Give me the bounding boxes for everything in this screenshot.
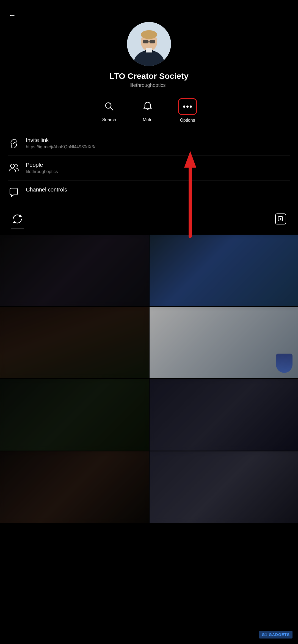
people-text: People lifethroughoptics_ <box>26 162 290 174</box>
tab-bar <box>0 207 298 235</box>
options-label: Options <box>180 118 195 123</box>
people-title: People <box>26 162 290 168</box>
blur-overlay <box>0 307 149 378</box>
link-icon <box>8 138 19 149</box>
tab-media[interactable] <box>274 213 287 229</box>
people-item[interactable]: People lifethroughoptics_ <box>8 156 290 181</box>
grid-item <box>150 235 298 306</box>
refresh-icon <box>11 213 24 225</box>
channel-controls-text: Channel controls <box>26 187 290 194</box>
options-button[interactable]: Options <box>178 98 197 123</box>
profile-section: LTO Creator Society lifethroughoptics_ S… <box>0 0 298 128</box>
blur-overlay <box>0 451 149 523</box>
svg-point-19 <box>15 164 18 167</box>
invite-link-text: Invite link https://ig.me/j/AbaKQbNl4493… <box>26 137 290 149</box>
grid-item <box>0 451 149 523</box>
channel-controls-item[interactable]: Channel controls <box>8 181 290 204</box>
blur-overlay <box>0 379 149 451</box>
blur-overlay <box>150 379 298 451</box>
blur-overlay <box>0 235 149 306</box>
svg-line-12 <box>110 107 113 110</box>
grid-item <box>0 307 149 378</box>
svg-point-15 <box>190 106 192 108</box>
grid-item <box>150 451 298 523</box>
search-button[interactable]: Search <box>101 98 117 123</box>
mute-label: Mute <box>143 117 153 122</box>
svg-rect-8 <box>150 40 155 43</box>
svg-rect-7 <box>143 40 148 43</box>
channel-controls-title: Channel controls <box>26 187 290 193</box>
blur-overlay <box>150 235 298 306</box>
svg-point-18 <box>10 164 14 168</box>
back-button[interactable]: ← <box>8 11 16 20</box>
grid-item <box>150 379 298 451</box>
content-grid <box>0 235 298 523</box>
watermark-text: GADGETS <box>269 632 290 637</box>
search-label: Search <box>102 117 116 122</box>
blur-overlay <box>150 307 298 378</box>
svg-point-13 <box>183 106 185 108</box>
watermark: G1 GADGETS <box>259 631 293 639</box>
bell-icon <box>139 98 156 115</box>
tab-refresh[interactable] <box>11 213 24 229</box>
channel-name: LTO Creator Society <box>109 71 188 81</box>
watermark-prefix: G1 <box>262 632 267 637</box>
invite-link-subtitle: https://ig.me/j/AbaKQbNl44930dX3/ <box>26 145 290 149</box>
channel-username: lifethroughoptics_ <box>129 82 168 88</box>
info-list: Invite link https://ig.me/j/AbaKQbNl4493… <box>0 128 298 207</box>
media-icon <box>274 213 287 225</box>
tab-underline <box>11 229 24 229</box>
grid-item <box>0 235 149 306</box>
action-buttons: Search Mute Options <box>90 98 208 123</box>
svg-point-6 <box>141 30 157 39</box>
svg-point-14 <box>186 106 189 108</box>
blur-overlay <box>150 451 298 523</box>
invite-link-title: Invite link <box>26 137 290 143</box>
svg-marker-24 <box>280 218 282 220</box>
people-subtitle: lifethroughoptics_ <box>26 169 290 174</box>
mute-button[interactable]: Mute <box>139 98 156 123</box>
svg-marker-21 <box>13 221 16 223</box>
invite-link-item[interactable]: Invite link https://ig.me/j/AbaKQbNl4493… <box>8 131 290 156</box>
chat-icon <box>8 187 19 198</box>
avatar <box>127 22 171 66</box>
svg-rect-10 <box>146 48 152 52</box>
grid-item <box>150 307 298 378</box>
grid-item <box>0 379 149 451</box>
options-icon <box>178 98 197 115</box>
people-icon <box>8 162 19 173</box>
search-icon <box>101 98 117 115</box>
